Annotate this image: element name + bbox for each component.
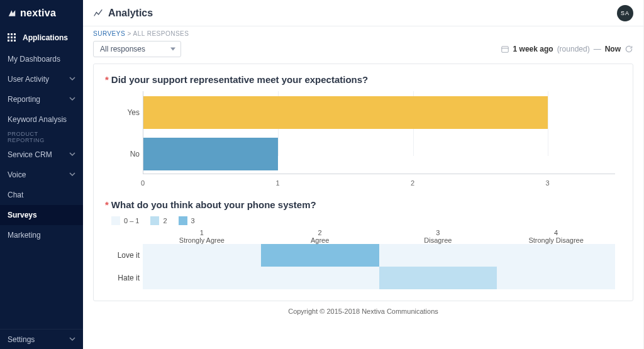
sidebar-item-surveys[interactable]: Surveys <box>0 205 83 225</box>
filter-bar: All responses 1 week ago (rounded) — Now <box>83 38 643 64</box>
chevron-down-icon <box>69 75 75 84</box>
apps-grid-icon <box>8 33 16 42</box>
topbar: Analytics SA <box>83 0 643 26</box>
sidebar-item-marketing[interactable]: Marketing <box>0 225 83 245</box>
sidebar-item-voice[interactable]: Voice <box>0 165 83 185</box>
calendar-icon <box>501 45 509 53</box>
breadcrumb-root[interactable]: SURVEYS <box>93 30 125 37</box>
user-avatar[interactable]: SA <box>617 5 633 21</box>
heat-row-hate: Hate it <box>143 267 615 289</box>
brand-icon <box>8 9 16 18</box>
sidebar-item-label: My Dashboards <box>8 55 60 64</box>
col-head-3: 3Disagree <box>379 229 497 244</box>
breadcrumb-current: ALL RESPONSES <box>133 30 189 37</box>
date-range[interactable]: 1 week ago (rounded) — Now <box>501 45 633 53</box>
col-head-4: 4Strongly Disagree <box>497 229 615 244</box>
sidebar-item-label: Chat <box>8 191 23 199</box>
sidebar-item-label: Marketing <box>8 231 41 240</box>
breadcrumb-sep: > <box>127 30 131 37</box>
bar-label-no: No <box>105 150 140 158</box>
chevron-down-icon <box>69 170 75 179</box>
refresh-icon[interactable] <box>625 45 633 53</box>
sidebar-item-service-crm[interactable]: Service CRM <box>0 145 83 165</box>
xtick-3: 3 <box>546 179 550 187</box>
sidebar-item-user-activity[interactable]: User Activity <box>0 69 83 89</box>
chevron-down-icon <box>69 150 75 159</box>
sidebar-item-label: Keyword Analysis <box>8 115 67 124</box>
sidebar-item-label: User Activity <box>8 75 49 84</box>
sidebar-section-label: PRODUCT REPORTING <box>8 131 75 143</box>
range-dash: — <box>594 45 601 53</box>
survey-card: *Did your support representative meet yo… <box>93 64 633 301</box>
svg-rect-0 <box>501 47 508 52</box>
chevron-down-icon <box>69 95 75 104</box>
legend-item-hi: 3 <box>179 216 195 225</box>
sidebar: nextiva Applications My Dashboards User … <box>0 0 83 349</box>
question-2-title: *What do you think about your phone syst… <box>105 199 621 210</box>
bar-label-yes: Yes <box>105 108 140 117</box>
chart-1: Yes No 0 1 2 3 <box>105 91 621 192</box>
question-1-title: *Did your support representative meet yo… <box>105 74 621 85</box>
sidebar-item-label: Service CRM <box>8 150 52 159</box>
legend-item-mid: 2 <box>150 216 167 225</box>
sidebar-item-settings[interactable]: Settings <box>0 329 83 349</box>
sidebar-applications-label: Applications <box>23 33 68 42</box>
chevron-down-icon <box>69 335 75 344</box>
analytics-icon <box>93 8 103 18</box>
heat-row-love: Love it <box>143 244 615 267</box>
xtick-2: 2 <box>411 179 414 187</box>
xtick-1: 1 <box>275 179 279 187</box>
breadcrumb: SURVEYS > ALL RESPONSES <box>83 26 643 38</box>
sidebar-item-label: Voice <box>8 170 26 179</box>
chart-1-plot <box>143 91 615 174</box>
footer-copyright: Copyright © 2015-2018 Nextiva Communicat… <box>93 301 633 316</box>
range-start: 1 week ago <box>513 45 553 53</box>
sidebar-item-reporting[interactable]: Reporting <box>0 89 83 109</box>
responses-dropdown[interactable]: All responses <box>93 41 181 57</box>
xtick-0: 0 <box>141 179 145 187</box>
cell[interactable] <box>497 267 615 289</box>
sidebar-item-keyword-analysis[interactable]: Keyword Analysis <box>0 109 83 130</box>
col-head-1: 1Strongly Agree <box>143 229 261 244</box>
chart-2-header: 1Strongly Agree 2Agree 3Disagree 4Strong… <box>143 229 615 244</box>
sidebar-item-my-dashboards[interactable]: My Dashboards <box>0 49 83 69</box>
main-content: Analytics SA SURVEYS > ALL RESPONSES All… <box>83 0 643 349</box>
required-mark: * <box>105 199 109 210</box>
range-end: Now <box>605 45 621 53</box>
row-label-love: Love it <box>105 251 140 260</box>
cell[interactable] <box>497 244 615 267</box>
brand-text: nextiva <box>20 8 56 19</box>
sidebar-item-label: Surveys <box>8 211 37 219</box>
page-title: Analytics <box>108 8 153 19</box>
sidebar-item-label: Settings <box>8 335 35 344</box>
chart-2: 1Strongly Agree 2Agree 3Disagree 4Strong… <box>143 229 615 289</box>
chart-2-legend: 0 – 1 2 3 <box>111 216 621 225</box>
sidebar-item-label: Reporting <box>8 95 40 104</box>
bar-yes[interactable] <box>143 96 548 129</box>
cell[interactable] <box>261 267 379 289</box>
col-head-2: 2Agree <box>261 229 379 244</box>
sidebar-item-chat[interactable]: Chat <box>0 185 83 205</box>
cell[interactable] <box>379 244 497 267</box>
cell[interactable] <box>143 267 261 289</box>
cell[interactable] <box>143 244 261 267</box>
sidebar-section-product-reporting: PRODUCT REPORTING <box>0 130 83 145</box>
row-label-hate: Hate it <box>105 274 140 282</box>
sidebar-applications[interactable]: Applications <box>0 26 83 49</box>
required-mark: * <box>105 74 109 85</box>
range-qualifier: (rounded) <box>557 45 590 53</box>
cell[interactable] <box>379 267 497 289</box>
dropdown-value: All responses <box>100 45 145 53</box>
bar-no[interactable] <box>143 138 278 170</box>
cell[interactable] <box>261 244 379 267</box>
brand-logo: nextiva <box>0 0 83 26</box>
legend-item-low: 0 – 1 <box>111 216 139 225</box>
